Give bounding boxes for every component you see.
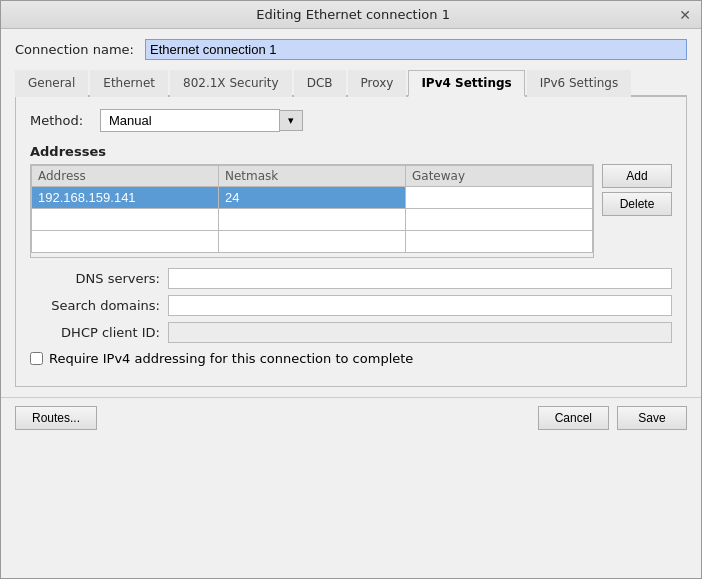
- empty-cell-2: [219, 209, 406, 231]
- col-netmask: Netmask: [219, 166, 406, 187]
- address-input[interactable]: [36, 189, 214, 206]
- titlebar: Editing Ethernet connection 1 ✕: [1, 1, 701, 29]
- dns-label: DNS servers:: [30, 271, 160, 286]
- add-delete-column: Add Delete: [602, 164, 672, 216]
- search-label: Search domains:: [30, 298, 160, 313]
- save-button[interactable]: Save: [617, 406, 687, 430]
- search-row: Search domains:: [30, 295, 672, 316]
- require-checkbox[interactable]: [30, 352, 43, 365]
- dhcp-input: [168, 322, 672, 343]
- addresses-table-wrapper: Address Netmask Gateway: [30, 164, 594, 258]
- connection-name-row: Connection name:: [15, 39, 687, 60]
- empty-cell-6: [406, 231, 593, 253]
- window-title: Editing Ethernet connection 1: [29, 7, 677, 22]
- require-label: Require IPv4 addressing for this connect…: [49, 351, 413, 366]
- table-header-row: Address Netmask Gateway: [32, 166, 593, 187]
- main-window: Editing Ethernet connection 1 ✕ Connecti…: [0, 0, 702, 579]
- empty-cell-3: [406, 209, 593, 231]
- close-button[interactable]: ✕: [677, 7, 693, 23]
- table-empty-row-2: [32, 231, 593, 253]
- table-empty-row-1: [32, 209, 593, 231]
- method-select[interactable]: Manual Automatic (DHCP) Link-Local Only …: [100, 109, 280, 132]
- addresses-row: Address Netmask Gateway: [30, 164, 672, 258]
- addresses-section: Addresses Address Netmask Gateway: [30, 144, 672, 258]
- netmask-cell[interactable]: [219, 187, 406, 209]
- gateway-cell[interactable]: [406, 187, 593, 209]
- dns-row: DNS servers:: [30, 268, 672, 289]
- addresses-title: Addresses: [30, 144, 672, 159]
- cancel-button[interactable]: Cancel: [538, 406, 609, 430]
- require-checkbox-row: Require IPv4 addressing for this connect…: [30, 351, 672, 366]
- connection-name-input[interactable]: [145, 39, 687, 60]
- gateway-input[interactable]: [410, 189, 588, 206]
- address-table: Address Netmask Gateway: [31, 165, 593, 253]
- footer: Routes... Cancel Save: [1, 397, 701, 438]
- table-row[interactable]: [32, 187, 593, 209]
- routes-button[interactable]: Routes...: [15, 406, 97, 430]
- netmask-input[interactable]: [223, 189, 401, 206]
- tab-dcb[interactable]: DCB: [294, 70, 346, 97]
- dhcp-row: DHCP client ID:: [30, 322, 672, 343]
- delete-button[interactable]: Delete: [602, 192, 672, 216]
- tab-content-ipv4: Method: Manual Automatic (DHCP) Link-Loc…: [15, 97, 687, 387]
- method-dropdown-icon[interactable]: ▾: [279, 110, 303, 131]
- connection-name-label: Connection name:: [15, 42, 145, 57]
- dns-input[interactable]: [168, 268, 672, 289]
- tab-general[interactable]: General: [15, 70, 88, 97]
- col-gateway: Gateway: [406, 166, 593, 187]
- tabs-bar: General Ethernet 802.1X Security DCB Pro…: [15, 68, 687, 97]
- empty-cell-1: [32, 209, 219, 231]
- method-label: Method:: [30, 113, 100, 128]
- method-row: Method: Manual Automatic (DHCP) Link-Loc…: [30, 109, 672, 132]
- empty-cell-4: [32, 231, 219, 253]
- col-address: Address: [32, 166, 219, 187]
- search-input[interactable]: [168, 295, 672, 316]
- empty-cell-5: [219, 231, 406, 253]
- address-cell[interactable]: [32, 187, 219, 209]
- tab-ipv4[interactable]: IPv4 Settings: [408, 70, 524, 97]
- tab-ethernet[interactable]: Ethernet: [90, 70, 168, 97]
- tab-proxy[interactable]: Proxy: [348, 70, 407, 97]
- footer-right: Cancel Save: [538, 406, 687, 430]
- tab-8021x[interactable]: 802.1X Security: [170, 70, 292, 97]
- method-select-wrapper: Manual Automatic (DHCP) Link-Local Only …: [100, 109, 672, 132]
- dhcp-label: DHCP client ID:: [30, 325, 160, 340]
- tab-ipv6[interactable]: IPv6 Settings: [527, 70, 632, 97]
- add-button[interactable]: Add: [602, 164, 672, 188]
